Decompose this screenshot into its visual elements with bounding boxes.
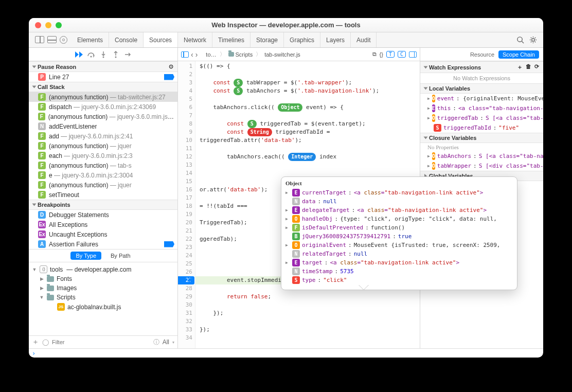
- tab-network[interactable]: Network: [178, 32, 212, 47]
- filter-all-label[interactable]: All: [163, 338, 169, 346]
- breakpoint-row[interactable]: Ex All Exceptions: [29, 220, 177, 229]
- variable-row[interactable]: S triggeredTabId: "five": [420, 123, 543, 133]
- popover-property[interactable]: B jQuery360089243757394127​91: true: [285, 232, 513, 241]
- type-badge-icon[interactable]: T: [386, 51, 395, 58]
- add-watch-icon[interactable]: ＋: [517, 63, 523, 71]
- tab-audit[interactable]: Audit: [351, 32, 377, 47]
- function-badge-icon: F: [38, 181, 46, 189]
- call-stack-frame[interactable]: N addEventListener: [29, 121, 177, 131]
- popover-property[interactable]: N data: null: [285, 197, 513, 206]
- breakpoint-row[interactable]: D Debugger Statements: [29, 210, 177, 220]
- variable-row[interactable]: ▶O tabAnchors: S [<a class="tab-navi: [420, 151, 543, 161]
- window-title: Web Inspector — developer.apple.com — to…: [29, 21, 543, 29]
- search-icon[interactable]: [516, 36, 524, 44]
- call-stack-frame[interactable]: F (anonymous function) — jquery-3.6.0.mi…: [29, 112, 177, 121]
- call-stack-frame[interactable]: F e — jquery-3.6.0.min.js:2:3004: [29, 170, 177, 180]
- call-stack-frame[interactable]: F (anonymous function) — tab-switcher.js…: [29, 92, 177, 102]
- add-icon[interactable]: ＋: [32, 337, 39, 347]
- breadcrumb-root[interactable]: to…: [206, 51, 216, 58]
- call-stack-frame[interactable]: F (anonymous function) — tab-s: [29, 161, 177, 170]
- nav-back-icon[interactable]: ‹: [191, 50, 193, 59]
- popover-property[interactable]: ▶E currentTarget: <a class="tab-navigati…: [285, 188, 513, 197]
- tab-storage[interactable]: Storage: [251, 32, 284, 47]
- pause-reason-header[interactable]: Pause Reason ⊙: [29, 61, 177, 72]
- call-stack-frame[interactable]: F (anonymous function) — jquer: [29, 141, 177, 151]
- scope-chain-button[interactable]: Scope Chain: [498, 50, 539, 59]
- popover-property[interactable]: N relatedTarget: null: [285, 250, 513, 258]
- breakpoint-row[interactable]: Ex Uncaught Exceptions: [29, 229, 177, 239]
- page-icon: ⟨⟩: [40, 265, 47, 273]
- copy-icon[interactable]: ⧉: [372, 51, 377, 58]
- sidebar-left-icon[interactable]: [35, 36, 44, 43]
- tree-folder-images[interactable]: ▶Images: [29, 283, 177, 293]
- tab-sources[interactable]: Sources: [144, 32, 178, 47]
- step-icon[interactable]: [124, 51, 132, 58]
- call-stack-frame[interactable]: F each — jquery-3.6.0.min.js:2:3: [29, 151, 177, 161]
- filter-icon[interactable]: ◯: [42, 338, 49, 346]
- tree-root[interactable]: ▼⟨⟩ tools — developer.apple.com: [29, 264, 177, 274]
- call-stack-frame[interactable]: F add — jquery-3.6.0.min.js:2:41: [29, 131, 177, 141]
- popover-property[interactable]: ▶F isDefaultPrevented: function(): [285, 223, 513, 232]
- breakpoints-header[interactable]: Breakpoints: [29, 200, 177, 210]
- by-type-tab[interactable]: By Type: [70, 252, 101, 260]
- popover-property[interactable]: ▶E delegateTarget: <a class="tab-navigat…: [285, 206, 513, 215]
- local-variables-header[interactable]: Local Variables: [420, 83, 543, 94]
- console-drawer-icon[interactable]: [47, 36, 57, 43]
- tree-folder-fonts[interactable]: ▶Fonts: [29, 274, 177, 283]
- popover-property[interactable]: ▶O originalEvent: MouseEvent {isTrusted:…: [285, 241, 513, 250]
- breakpoint-row[interactable]: A Assertion Failures: [29, 239, 177, 249]
- toggle-left-sidebar-icon[interactable]: [181, 51, 189, 58]
- call-stack-frame[interactable]: F (anonymous function) — jquer: [29, 180, 177, 190]
- breadcrumb-file[interactable]: tab-switcher.js: [264, 51, 300, 58]
- popover-property[interactable]: ▶O handleObj: {type: "click", origType: …: [285, 215, 513, 223]
- call-stack-frame[interactable]: F dispatch — jquery-3.6.0.min.js:2:43069: [29, 102, 177, 112]
- variable-row[interactable]: ▶O tabWrapper: S [<div class="tab-wr: [420, 161, 543, 171]
- braces-icon[interactable]: {}: [380, 51, 383, 58]
- type-badge-icon: O: [432, 114, 435, 122]
- step-over-icon[interactable]: [87, 51, 95, 58]
- by-path-tab[interactable]: By Path: [105, 252, 136, 260]
- variable-row[interactable]: ▶E this: <a class="tab-navigation-lin: [420, 103, 543, 113]
- tab-timelines[interactable]: Timelines: [212, 32, 251, 47]
- step-into-icon[interactable]: [99, 51, 108, 58]
- tab-graphics[interactable]: Graphics: [284, 32, 320, 47]
- resource-label[interactable]: Resource: [470, 51, 494, 58]
- toggle-right-sidebar-icon[interactable]: [409, 51, 417, 58]
- tree-folder-scripts[interactable]: ▼Scripts: [29, 293, 177, 302]
- coverage-badge-icon[interactable]: C: [398, 51, 406, 58]
- filter-input[interactable]: [52, 339, 150, 345]
- tab-console[interactable]: Console: [109, 32, 144, 47]
- breadcrumb-scripts[interactable]: Scripts: [228, 51, 253, 58]
- watch-expressions-header[interactable]: Watch Expressions ＋ 🗑 ⟳: [420, 61, 543, 73]
- popover-property[interactable]: N timeStamp: 5735: [285, 267, 513, 276]
- resource-tree[interactable]: ▼⟨⟩ tools — developer.apple.com ▶Fonts ▶…: [29, 262, 177, 335]
- left-sidebar: Pause Reason ⊙ P Line 27 Call Stack F (a…: [29, 48, 178, 348]
- tab-elements[interactable]: Elements: [72, 32, 109, 47]
- type-badge-icon: N: [292, 198, 300, 205]
- folder-icon: [47, 286, 54, 291]
- popover-property[interactable]: S type: "click": [285, 276, 513, 284]
- options-icon[interactable]: ⊙: [169, 63, 173, 70]
- settings-icon[interactable]: [529, 36, 537, 44]
- element-picker-icon[interactable]: [60, 36, 67, 44]
- continue-icon[interactable]: [75, 51, 83, 58]
- tab-layers[interactable]: Layers: [320, 32, 351, 47]
- pause-reason-row[interactable]: P Line 27: [29, 72, 177, 82]
- info-icon[interactable]: ⓘ: [153, 338, 159, 347]
- popover-property[interactable]: ▶E target: <a class="tab-navigation-link…: [285, 258, 513, 267]
- step-out-icon[interactable]: [112, 51, 120, 58]
- console-prompt[interactable]: ›: [29, 348, 543, 358]
- type-badge-icon: E: [292, 206, 300, 214]
- call-stack-header[interactable]: Call Stack: [29, 82, 177, 92]
- popover-title: Object: [285, 180, 513, 186]
- variable-row[interactable]: ▶O event: {originalEvent: MouseEvent: [420, 94, 543, 103]
- refresh-watch-icon[interactable]: ⟳: [534, 63, 539, 71]
- variable-row[interactable]: ▶O triggeredTab: S [<a class="tab-nav: [420, 113, 543, 123]
- tree-file[interactable]: JSac-globalnav.built.js: [29, 302, 177, 312]
- clear-watch-icon[interactable]: 🗑: [526, 63, 531, 71]
- breakpoint-badge-icon: Ex: [38, 221, 46, 228]
- nav-forward-icon[interactable]: ›: [195, 50, 198, 59]
- no-properties-label: No Properties: [420, 143, 543, 151]
- call-stack-frame[interactable]: F setTimeout: [29, 190, 177, 200]
- closure-variables-header[interactable]: Closure Variables: [420, 133, 543, 143]
